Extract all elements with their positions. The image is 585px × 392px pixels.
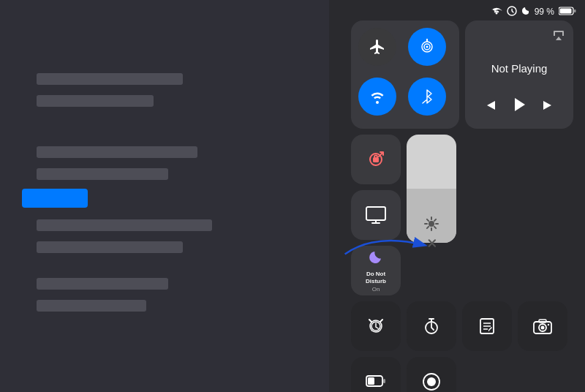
svg-point-6: [426, 46, 429, 48]
row-4: [351, 357, 578, 392]
sidebar-selected-item[interactable]: [22, 189, 88, 208]
screen-mirror-button[interactable]: [351, 190, 401, 240]
brightness-icon: [423, 216, 439, 235]
play-button[interactable]: [509, 94, 529, 120]
svg-point-12: [429, 221, 434, 227]
next-button[interactable]: [537, 97, 558, 118]
sidebar-blur-row: [37, 278, 168, 290]
svg-line-20: [434, 219, 436, 221]
brightness-slider[interactable]: [407, 135, 456, 243]
now-playing-tile: Not Playing: [465, 20, 573, 129]
sidebar-blur-row: [37, 168, 168, 180]
moon-icon: [368, 249, 384, 269]
svg-rect-29: [539, 320, 546, 323]
screen-record-button[interactable]: [407, 357, 456, 392]
svg-rect-33: [383, 379, 385, 383]
timer-button[interactable]: [407, 301, 456, 351]
svg-line-17: [427, 219, 429, 221]
sidebar-blur-row: [37, 73, 183, 85]
battery-widget-button[interactable]: [351, 357, 401, 392]
moon-status-icon: [521, 6, 530, 18]
svg-point-28: [541, 326, 545, 330]
now-playing-header: [474, 29, 565, 43]
wifi-button[interactable]: [358, 78, 396, 116]
row-3: [351, 301, 578, 351]
row-2: Do NotDisturb On: [351, 135, 578, 295]
do-not-disturb-button[interactable]: Do NotDisturb On: [351, 246, 401, 295]
connectivity-tile: [351, 20, 459, 129]
not-playing-label: Not Playing: [474, 43, 565, 94]
svg-rect-32: [368, 377, 374, 385]
screen-lock-button[interactable]: [351, 135, 401, 184]
sidebar-blur-row: [37, 300, 146, 312]
camera-button[interactable]: [518, 301, 567, 351]
sidebar-blur: [0, 0, 329, 392]
left-controls: Do NotDisturb On: [351, 135, 401, 295]
dnd-label: Do NotDisturb: [366, 271, 386, 284]
sidebar-blur-row: [37, 241, 183, 253]
svg-rect-3: [574, 10, 576, 12]
clock-status-icon: [507, 6, 517, 18]
battery-icon: [559, 7, 576, 18]
svg-rect-11: [366, 207, 385, 220]
cellular-button[interactable]: [408, 28, 446, 66]
svg-rect-2: [560, 8, 572, 13]
svg-point-30: [548, 324, 549, 325]
svg-rect-10: [374, 156, 377, 159]
airplay-icon[interactable]: [553, 29, 565, 43]
alarm-button[interactable]: [351, 301, 401, 351]
playback-controls: [474, 94, 565, 120]
svg-line-18: [434, 227, 436, 228]
status-bar: 99 %: [491, 6, 576, 18]
bluetooth-button[interactable]: [408, 78, 446, 116]
sidebar-blur-row: [37, 146, 197, 158]
sidebar-blur-row: [37, 95, 154, 107]
svg-line-19: [427, 227, 429, 228]
row-1: Not Playing: [351, 20, 578, 129]
svg-point-36: [427, 377, 436, 386]
airplane-mode-button[interactable]: [358, 28, 396, 66]
battery-percentage: 99 %: [535, 7, 554, 17]
control-center: Not Playing: [351, 20, 578, 392]
sidebar-blur-row: [37, 219, 212, 231]
wifi-status-icon: [491, 7, 502, 17]
previous-button[interactable]: [480, 97, 501, 118]
note-button[interactable]: [462, 301, 512, 351]
dnd-status: On: [372, 286, 380, 293]
